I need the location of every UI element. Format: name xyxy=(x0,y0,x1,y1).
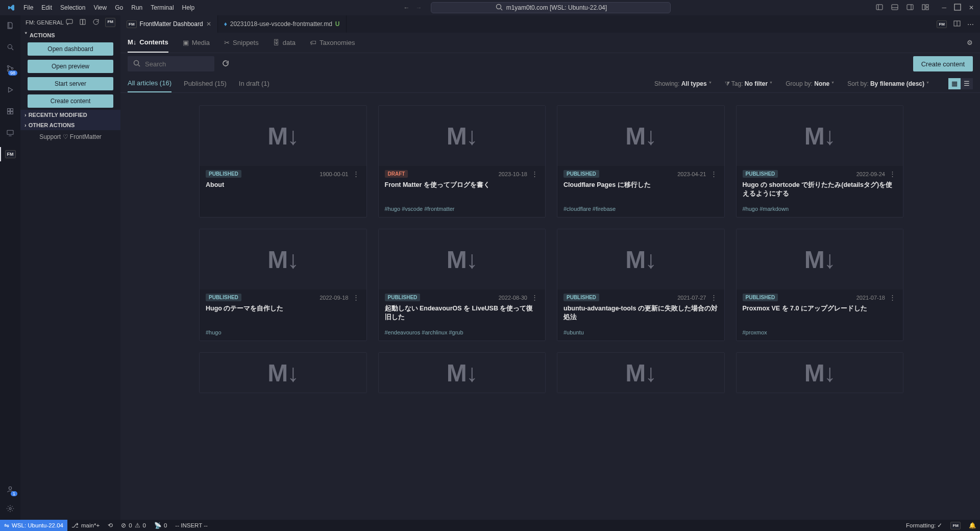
menu-edit[interactable]: Edit xyxy=(37,2,56,13)
content-card[interactable]: M↓PUBLISHED2021-07-27⋮ubuntu-advantage-t… xyxy=(557,229,725,341)
markdown-icon: M↓ xyxy=(379,106,546,166)
dash-tab-taxonomies[interactable]: 🏷Taxonomies xyxy=(310,33,355,53)
account-icon[interactable]: 1 xyxy=(4,483,16,495)
content-card[interactable]: M↓ xyxy=(199,352,367,393)
tag-filter[interactable]: ⧩ Tag: No filter xyxy=(725,80,773,87)
chat-icon[interactable] xyxy=(65,18,74,27)
content-card[interactable]: M↓PUBLISHED2022-09-24⋮Hugo の shortcode で… xyxy=(736,105,904,218)
filter-published[interactable]: Published (15) xyxy=(184,75,227,92)
window-maximize-icon[interactable] xyxy=(953,3,962,13)
open-dashboard-button[interactable]: Open dashboard xyxy=(28,42,113,56)
layout-panel-icon[interactable] xyxy=(891,3,899,13)
content-card[interactable]: M↓PUBLISHED2022-09-18⋮Hugo のテーマを自作した#hug… xyxy=(199,229,367,341)
card-more-icon[interactable]: ⋮ xyxy=(530,294,539,301)
card-date: 2022-09-18 xyxy=(320,295,348,301)
svg-point-0 xyxy=(496,4,501,9)
settings-gear-icon[interactable] xyxy=(4,502,16,515)
scm-icon[interactable]: 98 xyxy=(4,62,16,75)
nav-forward-icon[interactable]: → xyxy=(415,4,422,11)
dash-tab-snippets[interactable]: ✂Snippets xyxy=(224,33,259,53)
menu-run[interactable]: Run xyxy=(127,2,146,13)
layout-sidebar-right-icon[interactable] xyxy=(906,3,914,13)
frontmatter-icon[interactable]: FM xyxy=(4,148,16,160)
fm-icon[interactable]: FM xyxy=(937,20,947,28)
create-content-button[interactable]: Create content xyxy=(28,94,113,108)
content-card[interactable]: M↓DRAFT2023-10-18⋮Front Matter を使ってブログを書… xyxy=(378,105,546,218)
open-preview-button[interactable]: Open preview xyxy=(28,60,113,73)
content-card[interactable]: M↓ xyxy=(736,352,904,393)
menu-file[interactable]: File xyxy=(19,2,37,13)
support-link[interactable]: FrontMatter xyxy=(70,133,102,140)
close-icon[interactable]: ✕ xyxy=(206,20,211,28)
activity-bar: 98 FM 1 xyxy=(0,15,20,520)
window-minimize-icon[interactable]: ─ xyxy=(942,4,946,11)
search-input[interactable] xyxy=(145,60,209,68)
window-close-icon[interactable]: ✕ xyxy=(969,4,974,11)
group-filter[interactable]: Group by: None xyxy=(786,80,834,87)
markdown-icon: M↓ xyxy=(557,353,724,393)
menu-view[interactable]: View xyxy=(89,2,111,13)
formatting-indicator[interactable]: Formatting: ✓ xyxy=(902,520,946,531)
create-content-button[interactable]: Create content xyxy=(913,56,973,71)
layout-customize-icon[interactable] xyxy=(921,3,929,13)
content-card[interactable]: M↓PUBLISHED2022-08-30⋮起動しない EndeavourOS … xyxy=(378,229,546,341)
card-more-icon[interactable]: ⋮ xyxy=(709,170,718,178)
menu-selection[interactable]: Selection xyxy=(56,2,89,13)
fm-status-icon[interactable]: FM xyxy=(946,520,965,531)
refresh-icon[interactable] xyxy=(222,59,230,69)
start-server-button[interactable]: Start server xyxy=(28,77,113,90)
menu-terminal[interactable]: Terminal xyxy=(146,2,178,13)
content-card[interactable]: M↓ xyxy=(557,352,725,393)
grid-view-button[interactable]: ▦ xyxy=(948,78,961,89)
card-more-icon[interactable]: ⋮ xyxy=(352,170,360,178)
content-card[interactable]: M↓ xyxy=(378,352,546,393)
markdown-icon: M↓ xyxy=(557,229,724,289)
fm-icon[interactable]: FM xyxy=(105,18,115,27)
section-other[interactable]: ›OTHER ACTIONS xyxy=(20,120,120,130)
content-card[interactable]: M↓PUBLISHED2021-07-18⋮Proxmox VE を 7.0 に… xyxy=(736,229,904,341)
branch-indicator[interactable]: ⎇main*+ xyxy=(67,520,104,531)
tab-markdown-file[interactable]: ♦ 20231018-use-vscode-frontmatter.md U xyxy=(218,15,347,33)
remote-indicator[interactable]: ⇋WSL: Ubuntu-22.04 xyxy=(0,520,67,531)
book-icon[interactable] xyxy=(79,18,87,27)
sync-indicator[interactable]: ⟲ xyxy=(104,520,117,531)
list-view-button[interactable]: ☰ xyxy=(961,78,973,89)
card-more-icon[interactable]: ⋮ xyxy=(888,294,897,301)
more-icon[interactable]: ⋯ xyxy=(967,20,974,28)
content-card[interactable]: M↓PUBLISHED2023-04-21⋮Cloudflare Pages に… xyxy=(557,105,725,218)
card-more-icon[interactable]: ⋮ xyxy=(709,294,718,301)
scissors-icon: ✂ xyxy=(224,39,230,46)
sort-filter[interactable]: Sort by: By filename (desc) xyxy=(847,80,929,87)
extensions-icon[interactable] xyxy=(4,105,16,117)
command-center[interactable]: m1yam0t0.com [WSL: Ubuntu-22.04] xyxy=(431,2,671,13)
split-editor-icon[interactable] xyxy=(953,19,961,29)
tab-frontmatter-dashboard[interactable]: FM FrontMatter Dashboard ✕ xyxy=(120,15,218,33)
filter-all[interactable]: All articles (16) xyxy=(128,75,172,92)
card-more-icon[interactable]: ⋮ xyxy=(888,170,897,178)
explorer-icon[interactable] xyxy=(4,19,16,32)
notifications-icon[interactable]: 🔔 xyxy=(965,520,980,531)
dash-tab-media[interactable]: ▣Media xyxy=(183,33,210,53)
menu-go[interactable]: Go xyxy=(111,2,127,13)
card-more-icon[interactable]: ⋮ xyxy=(352,294,360,301)
nav-back-icon[interactable]: ← xyxy=(403,4,409,11)
dash-tab-data[interactable]: 🗄data xyxy=(273,33,296,53)
markdown-icon: M↓ xyxy=(737,353,903,393)
problems-indicator[interactable]: ⊘0 ⚠0 xyxy=(117,520,150,531)
refresh-icon[interactable] xyxy=(92,18,100,27)
menu-help[interactable]: Help xyxy=(178,2,199,13)
layout-sidebar-left-icon[interactable] xyxy=(875,3,884,13)
ports-indicator[interactable]: 📡0 xyxy=(150,520,171,531)
content-card[interactable]: M↓PUBLISHED1900-00-01⋮About xyxy=(199,105,367,218)
filter-draft[interactable]: In draft (1) xyxy=(239,75,270,92)
dashboard-settings-icon[interactable]: ⚙ xyxy=(967,39,973,46)
section-recent[interactable]: ›RECENTLY MODIFIED xyxy=(20,110,120,120)
section-actions[interactable]: ˅ACTIONS xyxy=(20,30,120,40)
remote-explorer-icon[interactable] xyxy=(4,127,16,139)
showing-filter[interactable]: Showing: All types xyxy=(654,80,712,87)
dash-tab-contents[interactable]: M↓Contents xyxy=(128,33,168,53)
search-icon[interactable] xyxy=(4,41,16,53)
editor-tabs: FM FrontMatter Dashboard ✕ ♦ 20231018-us… xyxy=(120,15,980,33)
card-more-icon[interactable]: ⋮ xyxy=(530,170,539,178)
debug-icon[interactable] xyxy=(4,84,16,96)
